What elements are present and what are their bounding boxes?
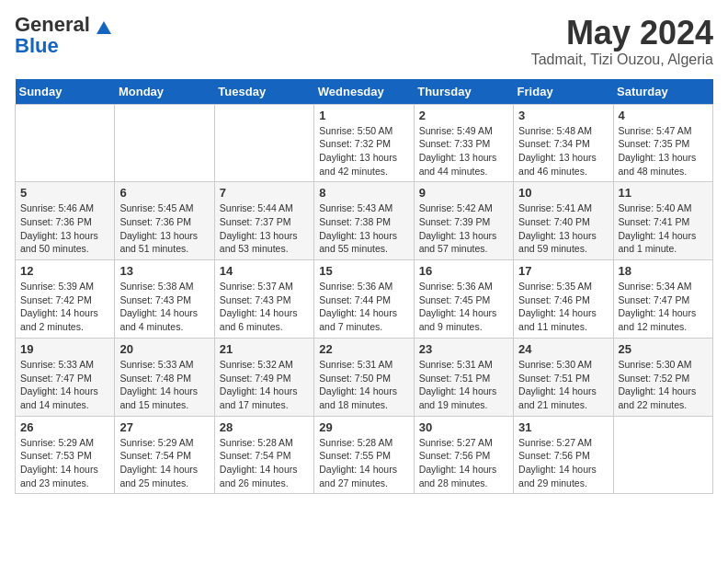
day-info: Sunrise: 5:28 AM Sunset: 7:54 PM Dayligh… [220,436,309,490]
week-row-4: 19Sunrise: 5:33 AM Sunset: 7:47 PM Dayli… [16,338,713,416]
day-number: 28 [220,420,309,434]
page-header: General Blue May 2024 Tadmait, Tizi Ouzo… [15,15,713,68]
day-number: 10 [518,186,608,200]
day-number: 30 [419,420,508,434]
day-number: 17 [518,264,608,278]
day-info: Sunrise: 5:36 AM Sunset: 7:44 PM Dayligh… [319,280,408,334]
day-number: 22 [319,342,408,356]
calendar-cell: 20Sunrise: 5:33 AM Sunset: 7:48 PM Dayli… [115,338,214,416]
day-info: Sunrise: 5:30 AM Sunset: 7:51 PM Dayligh… [518,358,608,412]
day-info: Sunrise: 5:45 AM Sunset: 7:36 PM Dayligh… [119,201,209,256]
calendar-cell: 30Sunrise: 5:27 AM Sunset: 7:56 PM Dayli… [414,416,513,494]
day-info: Sunrise: 5:44 AM Sunset: 7:37 PM Dayligh… [220,201,309,256]
month-title: May 2024 [531,15,713,52]
day-info: Sunrise: 5:46 AM Sunset: 7:36 PM Dayligh… [20,201,109,256]
day-info: Sunrise: 5:30 AM Sunset: 7:52 PM Dayligh… [619,358,708,412]
day-info: Sunrise: 5:34 AM Sunset: 7:47 PM Dayligh… [619,280,708,334]
day-number: 2 [419,109,508,122]
day-number: 16 [419,264,508,278]
calendar-cell: 25Sunrise: 5:30 AM Sunset: 7:52 PM Dayli… [613,338,712,416]
calendar-cell: 21Sunrise: 5:32 AM Sunset: 7:49 PM Dayli… [214,338,313,416]
day-number: 24 [518,342,608,356]
day-number: 23 [419,342,508,356]
day-number: 7 [220,186,309,200]
day-info: Sunrise: 5:41 AM Sunset: 7:40 PM Dayligh… [518,201,608,256]
header-saturday: Saturday [613,79,712,105]
day-info: Sunrise: 5:43 AM Sunset: 7:38 PM Dayligh… [319,201,408,256]
day-info: Sunrise: 5:38 AM Sunset: 7:43 PM Dayligh… [119,280,209,334]
day-number: 19 [20,342,109,356]
day-number: 31 [518,420,608,434]
calendar-cell: 5Sunrise: 5:46 AM Sunset: 7:36 PM Daylig… [16,182,115,260]
calendar-cell: 31Sunrise: 5:27 AM Sunset: 7:56 PM Dayli… [514,416,613,494]
day-info: Sunrise: 5:47 AM Sunset: 7:35 PM Dayligh… [619,124,708,178]
week-row-2: 5Sunrise: 5:46 AM Sunset: 7:36 PM Daylig… [16,182,713,260]
header-tuesday: Tuesday [214,79,313,105]
calendar-cell: 11Sunrise: 5:40 AM Sunset: 7:41 PM Dayli… [613,182,712,260]
day-info: Sunrise: 5:48 AM Sunset: 7:34 PM Dayligh… [518,124,608,178]
day-number: 25 [619,342,708,356]
day-info: Sunrise: 5:42 AM Sunset: 7:39 PM Dayligh… [419,201,508,256]
day-info: Sunrise: 5:33 AM Sunset: 7:48 PM Dayligh… [119,358,209,412]
day-number: 14 [220,264,309,278]
day-number: 13 [119,264,209,278]
day-number: 3 [518,109,608,122]
day-info: Sunrise: 5:33 AM Sunset: 7:47 PM Dayligh… [20,358,109,412]
calendar-cell: 10Sunrise: 5:41 AM Sunset: 7:40 PM Dayli… [514,182,613,260]
calendar-cell: 28Sunrise: 5:28 AM Sunset: 7:54 PM Dayli… [214,416,313,494]
calendar-cell: 24Sunrise: 5:30 AM Sunset: 7:51 PM Dayli… [514,338,613,416]
day-number: 12 [20,264,109,278]
week-row-1: 1Sunrise: 5:50 AM Sunset: 7:32 PM Daylig… [16,104,713,182]
day-info: Sunrise: 5:31 AM Sunset: 7:50 PM Dayligh… [319,358,408,412]
calendar-cell: 18Sunrise: 5:34 AM Sunset: 7:47 PM Dayli… [613,260,712,339]
day-number: 5 [20,186,109,200]
calendar-table: SundayMondayTuesdayWednesdayThursdayFrid… [15,79,713,495]
day-info: Sunrise: 5:29 AM Sunset: 7:54 PM Dayligh… [119,436,209,490]
logo-general: General [15,13,90,36]
calendar-cell: 3Sunrise: 5:48 AM Sunset: 7:34 PM Daylig… [514,104,613,182]
header-wednesday: Wednesday [314,79,414,105]
calendar-cell: 26Sunrise: 5:29 AM Sunset: 7:53 PM Dayli… [16,416,115,494]
location-title: Tadmait, Tizi Ouzou, Algeria [531,52,713,68]
header-sunday: Sunday [16,79,115,105]
day-number: 21 [220,342,309,356]
logo: General Blue [15,15,112,56]
day-number: 29 [319,420,408,434]
week-row-5: 26Sunrise: 5:29 AM Sunset: 7:53 PM Dayli… [16,416,713,494]
calendar-cell: 4Sunrise: 5:47 AM Sunset: 7:35 PM Daylig… [613,104,712,182]
calendar-cell: 9Sunrise: 5:42 AM Sunset: 7:39 PM Daylig… [414,182,513,260]
calendar-cell: 13Sunrise: 5:38 AM Sunset: 7:43 PM Dayli… [115,260,214,339]
title-area: May 2024 Tadmait, Tizi Ouzou, Algeria [531,15,713,68]
day-number: 27 [119,420,209,434]
day-number: 6 [119,186,209,200]
svg-marker-0 [97,21,111,34]
calendar-cell: 1Sunrise: 5:50 AM Sunset: 7:32 PM Daylig… [314,104,414,182]
header-thursday: Thursday [414,79,513,105]
day-info: Sunrise: 5:37 AM Sunset: 7:43 PM Dayligh… [220,280,309,334]
day-info: Sunrise: 5:39 AM Sunset: 7:42 PM Dayligh… [20,280,109,334]
day-number: 26 [20,420,109,434]
day-info: Sunrise: 5:27 AM Sunset: 7:56 PM Dayligh… [419,436,508,490]
calendar-cell: 29Sunrise: 5:28 AM Sunset: 7:55 PM Dayli… [314,416,414,494]
calendar-cell: 22Sunrise: 5:31 AM Sunset: 7:50 PM Dayli… [314,338,414,416]
calendar-cell: 7Sunrise: 5:44 AM Sunset: 7:37 PM Daylig… [214,182,313,260]
calendar-cell: 27Sunrise: 5:29 AM Sunset: 7:54 PM Dayli… [115,416,214,494]
day-info: Sunrise: 5:36 AM Sunset: 7:45 PM Dayligh… [419,280,508,334]
day-info: Sunrise: 5:50 AM Sunset: 7:32 PM Dayligh… [319,124,408,178]
header-monday: Monday [115,79,214,105]
day-number: 11 [619,186,708,200]
day-number: 8 [319,186,408,200]
day-info: Sunrise: 5:31 AM Sunset: 7:51 PM Dayligh… [419,358,508,412]
day-info: Sunrise: 5:35 AM Sunset: 7:46 PM Dayligh… [518,280,608,334]
calendar-cell: 23Sunrise: 5:31 AM Sunset: 7:51 PM Dayli… [414,338,513,416]
day-number: 18 [619,264,708,278]
calendar-cell: 15Sunrise: 5:36 AM Sunset: 7:44 PM Dayli… [314,260,414,339]
day-number: 20 [119,342,209,356]
calendar-cell: 6Sunrise: 5:45 AM Sunset: 7:36 PM Daylig… [115,182,214,260]
calendar-cell: 8Sunrise: 5:43 AM Sunset: 7:38 PM Daylig… [314,182,414,260]
logo-blue: Blue [15,36,59,56]
calendar-cell [214,104,313,182]
day-info: Sunrise: 5:29 AM Sunset: 7:53 PM Dayligh… [20,436,109,490]
week-row-3: 12Sunrise: 5:39 AM Sunset: 7:42 PM Dayli… [16,260,713,339]
day-number: 4 [619,109,708,122]
